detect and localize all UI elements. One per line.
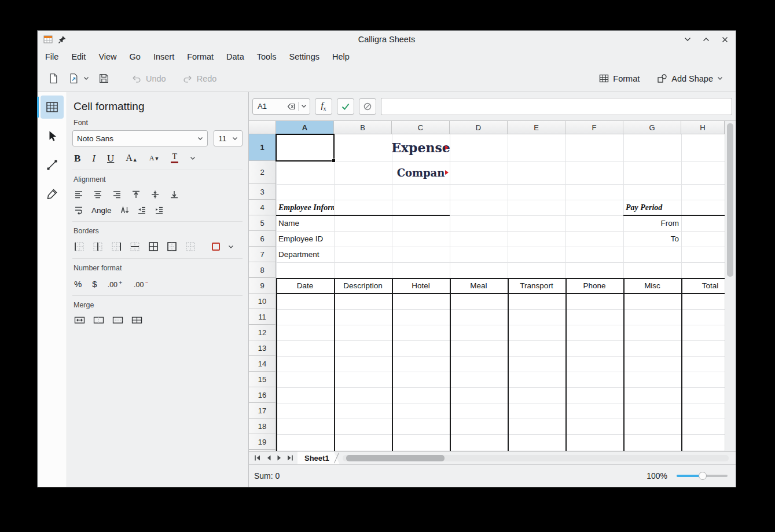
cell-E9[interactable]: Transport [508,278,565,293]
column-header-H[interactable]: H [681,121,725,134]
minimize-button[interactable] [682,34,693,45]
close-button[interactable] [719,34,730,45]
row-header-2[interactable]: 2 [249,161,276,184]
row-header-5[interactable]: 5 [249,215,276,231]
row-header-4[interactable]: 4 [249,200,276,215]
italic-button[interactable]: I [92,153,96,163]
pin-icon[interactable] [58,35,67,44]
selection-handle[interactable] [332,159,336,163]
undo-button[interactable]: Undo [128,71,170,87]
cell-D9[interactable]: Meal [450,278,508,293]
shrink-font-button[interactable]: A▼ [149,155,160,162]
function-button[interactable]: fx [315,98,332,115]
font-family-select[interactable]: Noto Sans [72,130,208,146]
decrease-precision-button[interactable]: .00－ [134,278,149,289]
percent-format-button[interactable]: % [74,279,82,289]
row-header-partial[interactable] [249,450,276,451]
cell-G6[interactable]: To [623,231,681,247]
border-left-icon[interactable] [74,241,85,252]
cell-B9[interactable]: Description [334,278,392,293]
zoom-slider-thumb[interactable] [699,472,707,480]
tool-cell-format[interactable] [41,96,64,119]
tool-pointer[interactable] [41,124,64,148]
column-header-D[interactable]: D [450,121,508,134]
select-all-corner[interactable] [249,121,276,134]
cell-C1[interactable]: Expense [392,134,450,161]
apply-button[interactable] [337,98,354,115]
wrap-text-icon[interactable] [74,206,83,215]
decrease-indent-icon[interactable] [137,206,146,215]
row-header-10[interactable]: 10 [249,293,276,309]
increase-precision-button[interactable]: .00＋ [108,278,123,289]
menu-settings[interactable]: Settings [283,50,326,64]
first-sheet-button[interactable] [252,453,263,463]
column-header-C[interactable]: C [392,121,450,134]
menu-help[interactable]: Help [326,50,356,64]
angle-label[interactable]: Angle [91,206,112,215]
vertical-scrollbar-thumb[interactable] [727,123,733,277]
row-header-14[interactable]: 14 [249,356,276,372]
menu-tools[interactable]: Tools [251,50,283,64]
merge-cells-icon[interactable] [74,315,85,325]
cell-A4[interactable]: Employee Information [276,200,334,215]
horizontal-scrollbar-thumb[interactable] [346,455,445,461]
sheet-tab[interactable]: Sheet1 [297,452,340,464]
menu-go[interactable]: Go [123,50,147,64]
column-header-E[interactable]: E [508,121,565,134]
zoom-slider[interactable] [677,475,728,477]
cell-C2[interactable]: Compan [392,161,450,184]
align-center-icon[interactable] [93,190,102,199]
cell-A9[interactable]: Date [276,278,334,293]
merge-vertical-icon[interactable] [112,315,123,325]
menu-format[interactable]: Format [181,50,220,64]
redo-button[interactable]: Redo [179,71,221,87]
save-button[interactable] [95,70,113,87]
unmerge-cells-icon[interactable] [131,315,142,325]
border-none-icon[interactable] [185,241,196,252]
format-button[interactable]: Format [596,71,643,86]
row-header-6[interactable]: 6 [249,231,276,247]
align-right-icon[interactable] [112,190,122,199]
row-header-15[interactable]: 15 [249,372,276,387]
menu-view[interactable]: View [92,50,123,64]
font-size-select[interactable]: 11 [214,130,243,146]
cell-C9[interactable]: Hotel [392,278,450,293]
bold-button[interactable]: B [74,153,80,163]
align-middle-icon[interactable] [150,190,160,199]
cell-F9[interactable]: Phone [565,278,623,293]
next-sheet-button[interactable] [274,453,285,463]
merge-horizontal-icon[interactable] [93,315,104,325]
cell-A5[interactable]: Name [276,215,334,231]
cell-G5[interactable]: From [623,215,681,231]
row-header-7[interactable]: 7 [249,247,276,262]
row-header-19[interactable]: 19 [249,434,276,450]
menu-insert[interactable]: Insert [147,50,181,64]
align-top-icon[interactable] [131,190,141,199]
currency-format-button[interactable]: $ [92,279,97,289]
row-header-1[interactable]: 1 [249,134,276,161]
border-color-swatch[interactable] [212,243,220,251]
row-header-3[interactable]: 3 [249,184,276,200]
align-bottom-icon[interactable] [170,190,179,199]
row-header-16[interactable]: 16 [249,387,276,403]
cell-A7[interactable]: Department [276,247,334,262]
column-header-B[interactable]: B [334,121,392,134]
border-right-icon[interactable] [111,241,122,252]
cell-G4[interactable]: Pay Period [623,200,681,215]
row-header-13[interactable]: 13 [249,340,276,356]
grow-font-button[interactable]: A▲ [126,153,137,163]
horizontal-scrollbar[interactable] [343,455,729,461]
border-horizontal-center-icon[interactable] [130,241,140,252]
cell-H9[interactable]: Total [681,278,725,293]
last-sheet-button[interactable] [285,453,296,463]
row-header-11[interactable]: 11 [249,309,276,325]
increase-indent-icon[interactable] [155,206,164,215]
column-header-F[interactable]: F [565,121,623,134]
tool-connector[interactable] [41,153,64,177]
column-header-G[interactable]: G [623,121,681,134]
vertical-text-icon[interactable] [120,206,129,215]
chevron-down-icon[interactable] [228,245,234,249]
menu-file[interactable]: File [39,50,65,64]
column-header-A[interactable]: A [276,121,334,134]
row-header-8[interactable]: 8 [249,262,276,278]
